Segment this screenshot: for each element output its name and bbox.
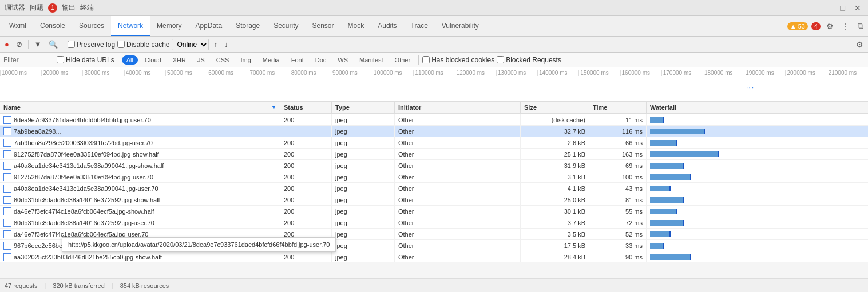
td-waterfall	[647, 160, 868, 171]
settings-icon[interactable]: ⚙	[824, 21, 836, 32]
table-row[interactable]: 80db31bfc8dadd8cf38a14016e372592.jpg-sho…	[0, 194, 868, 206]
titlebar-item-issues[interactable]: 问题	[30, 3, 43, 13]
hide-data-urls-checkbox[interactable]	[57, 56, 64, 63]
col-header-name[interactable]: Name ▼	[0, 102, 280, 113]
tab-wxml[interactable]: Wxml	[2, 16, 33, 36]
import-button[interactable]: ↓	[222, 39, 231, 50]
table-row[interactable]: aa302025cf233b83d846d821be255cb0.jpg-sho…	[0, 251, 868, 262]
stop-button[interactable]: ⊘	[14, 39, 25, 50]
resource-icon	[3, 150, 11, 158]
preserve-log-checkbox[interactable]	[68, 41, 75, 48]
col-header-time[interactable]: Time	[589, 102, 647, 113]
tab-mock[interactable]: Mock	[341, 16, 371, 36]
table-row[interactable]: a40a8ea1de34e3413c1da5e38a090041.jpg-sho…	[0, 160, 868, 171]
titlebar-item-terminal[interactable]: 终端	[80, 3, 94, 13]
table-row[interactable]: 912752f87da870f4ee0a33510ef094bd.jpg-sho…	[0, 149, 868, 160]
filter-input[interactable]	[3, 56, 49, 64]
blocked-cookies-checkbox[interactable]	[422, 56, 430, 63]
filter-tag-font[interactable]: Font	[287, 55, 308, 65]
timeline-tick: 180000 ms	[703, 70, 744, 76]
blocked-requests-checkbox[interactable]	[497, 56, 504, 63]
col-header-type[interactable]: Type	[332, 102, 395, 113]
throttle-select[interactable]: Online	[172, 39, 209, 50]
filter-tag-media[interactable]: Media	[258, 55, 284, 65]
table-row[interactable]: 8dea9e7c933761daed4bfcfdbbt4bbtd.jpg-use…	[0, 114, 868, 126]
td-time: 11 ms	[589, 114, 647, 125]
filter-tag-css[interactable]: CSS	[212, 55, 234, 65]
filter-tag-ws[interactable]: WS	[333, 55, 352, 65]
row-name-text: da46e7f3efc47f4c1e8a6fcb064ecf5a.jpg-use…	[14, 231, 148, 238]
record-button[interactable]: ●	[2, 39, 11, 50]
close-button[interactable]: ✕	[852, 2, 863, 14]
filter-tag-all[interactable]: All	[122, 55, 138, 65]
blocked-cookies-label[interactable]: Has blocked cookies	[422, 56, 494, 64]
td-type: jpeg	[332, 251, 395, 262]
td-time: 116 ms	[589, 126, 647, 137]
preserve-log-label[interactable]: Preserve log	[68, 41, 115, 49]
filter-tag-other[interactable]: Other	[390, 55, 415, 65]
table-row[interactable]: da46e7f3efc47f4c1e8a6fcb064ecf5a.jpg-sho…	[0, 206, 868, 217]
table-wrapper: Name ▼ Status Type Initiator Size Time W…	[0, 102, 868, 262]
toolbar-sep-1	[28, 40, 29, 49]
timeline-tick: 190000 ms	[744, 70, 785, 76]
titlebar-item-debugger[interactable]: 调试器	[5, 3, 25, 13]
filter-tag-doc[interactable]: Doc	[311, 55, 331, 65]
disable-cache-label[interactable]: Disable cache	[117, 41, 169, 49]
tab-audits[interactable]: Audits	[371, 16, 403, 36]
filter-tag-js[interactable]: JS	[193, 55, 209, 65]
disable-cache-checkbox[interactable]	[117, 41, 125, 48]
filter-button[interactable]: ▼	[32, 39, 44, 50]
network-settings-icon[interactable]: ⚙	[854, 39, 866, 50]
tab-appdata[interactable]: AppData	[188, 16, 229, 36]
timeline-tick: 30000 ms	[82, 70, 124, 76]
dock-icon[interactable]: ⧉	[855, 20, 866, 32]
td-initiator: Other	[395, 149, 521, 159]
minimize-button[interactable]: —	[821, 2, 834, 14]
tab-sensor[interactable]: Sensor	[306, 16, 341, 36]
table-row[interactable]: 7ab9bea8a298... jpeg Other 32.7 kB 116 m…	[0, 126, 868, 137]
hide-data-urls-label[interactable]: Hide data URLs	[57, 56, 114, 64]
col-header-initiator[interactable]: Initiator	[395, 102, 521, 113]
resource-icon	[3, 230, 11, 238]
filter-tag-cloud[interactable]: Cloud	[140, 55, 166, 65]
tab-network[interactable]: Network	[111, 16, 150, 36]
filter-tag-img[interactable]: Img	[236, 55, 255, 65]
td-initiator: Other	[395, 240, 521, 251]
tab-security[interactable]: Security	[267, 16, 305, 36]
maximize-button[interactable]: □	[838, 2, 847, 14]
table-row[interactable]: 7ab9bea8a298c5200033f033f1fc72bd.jpg-use…	[0, 137, 868, 149]
col-header-status[interactable]: Status	[280, 102, 332, 113]
search-button[interactable]: 🔍	[46, 39, 60, 50]
tooltip: http://p5.kkgoo.cn/upload/avatar/2020/03…	[62, 237, 336, 252]
td-initiator: Other	[395, 160, 521, 171]
td-time: 33 ms	[589, 240, 647, 251]
timeline-tick: 90000 ms	[331, 70, 372, 76]
titlebar-item-output[interactable]: 输出	[62, 3, 76, 13]
td-initiator: Other	[395, 217, 521, 228]
td-waterfall	[647, 194, 868, 205]
filter-tag-xhr[interactable]: XHR	[168, 55, 191, 65]
table-row[interactable]: 912752f87da870f4ee0a33510ef094bd.jpg-use…	[0, 171, 868, 183]
td-time: 100 ms	[589, 171, 647, 182]
timeline-marker: ·· ·	[747, 85, 754, 91]
tab-vulnerability[interactable]: Vulnerability	[435, 16, 486, 36]
tab-sources[interactable]: Sources	[72, 16, 111, 36]
more-icon[interactable]: ⋮	[839, 21, 852, 32]
col-header-size[interactable]: Size	[521, 102, 589, 113]
timeline-ruler: 10000 ms20000 ms30000 ms40000 ms50000 ms…	[0, 67, 868, 76]
tab-trace[interactable]: Trace	[404, 16, 435, 36]
tab-storage[interactable]: Storage	[229, 16, 267, 36]
tab-console[interactable]: Console	[33, 16, 72, 36]
filter-tag-manifest[interactable]: Manifest	[355, 55, 388, 65]
export-button[interactable]: ↑	[211, 39, 220, 50]
col-header-waterfall[interactable]: Waterfall	[647, 102, 868, 113]
tab-memory[interactable]: Memory	[150, 16, 188, 36]
blocked-requests-label[interactable]: Blocked Requests	[497, 56, 561, 64]
table-row[interactable]: a40a8ea1de34e3413c1da5e38a090041.jpg-use…	[0, 183, 868, 194]
td-name: aa302025cf233b83d846d821be255cb0.jpg-sho…	[0, 251, 280, 262]
table-row[interactable]: 80db31bfc8dadd8cf38a14016e372592.jpg-use…	[0, 217, 868, 229]
td-type: jpeg	[332, 137, 395, 148]
td-waterfall	[647, 114, 868, 125]
timeline-tick: 210000 ms	[827, 70, 868, 76]
resource-icon	[3, 173, 11, 181]
